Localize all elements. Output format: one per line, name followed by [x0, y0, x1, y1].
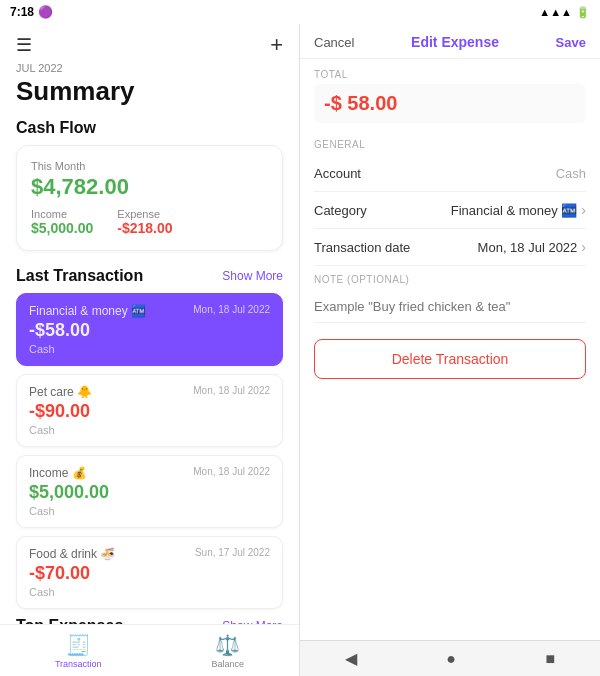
tc-category: Financial & money 🏧 — [29, 304, 146, 318]
general-label: GENERAL — [314, 139, 586, 150]
note-input[interactable] — [314, 291, 586, 323]
tc-date: Mon, 18 Jul 2022 — [193, 466, 270, 477]
tc-category: Food & drink 🍜 — [29, 547, 115, 561]
tc-amount: -$70.00 — [29, 563, 270, 584]
transaction-card-2[interactable]: Income 💰 Mon, 18 Jul 2022 $5,000.00 Cash — [16, 455, 283, 528]
recent-nav-button[interactable]: ■ — [546, 650, 556, 668]
field-label: Transaction date — [314, 240, 410, 255]
tc-date: Mon, 18 Jul 2022 — [193, 385, 270, 396]
left-panel: ☰ + JUL 2022 Summary Cash Flow This Mont… — [0, 24, 300, 676]
last-transaction-title: Last Transaction — [16, 267, 143, 285]
transaction-card-3[interactable]: Food & drink 🍜 Sun, 17 Jul 2022 -$70.00 … — [16, 536, 283, 609]
battery-icon: 🔋 — [576, 6, 590, 19]
this-month-label: This Month — [31, 160, 268, 172]
field-label: Category — [314, 203, 367, 218]
show-more-transactions[interactable]: Show More — [222, 269, 283, 283]
expense-amount: -$218.00 — [117, 220, 172, 236]
nav-balance[interactable]: ⚖️ Balance — [200, 629, 257, 673]
top-expenses-title: Top Expenses — [16, 617, 123, 624]
tc-amount: -$58.00 — [29, 320, 270, 341]
status-bar: 7:18 🟣 ▲▲▲ 🔋 — [0, 0, 600, 24]
chevron-icon: › — [581, 202, 586, 218]
hamburger-icon[interactable]: ☰ — [16, 34, 32, 56]
tc-account: Cash — [29, 505, 270, 517]
right-panel: Cancel Edit Expense Save TOTAL -$ 58.00 … — [300, 24, 600, 676]
transactions-list: Financial & money 🏧 Mon, 18 Jul 2022 -$5… — [16, 293, 283, 609]
field-row-0: Account Cash — [314, 156, 586, 192]
general-section: GENERAL Account Cash Category Financial … — [314, 139, 586, 266]
field-row-1[interactable]: Category Financial & money 🏧› — [314, 192, 586, 229]
expense-label: Expense — [117, 208, 172, 220]
main-layout: ☰ + JUL 2022 Summary Cash Flow This Mont… — [0, 24, 600, 676]
fields-list: Account Cash Category Financial & money … — [314, 156, 586, 266]
add-button[interactable]: + — [270, 32, 283, 58]
expense-item: Expense -$218.00 — [117, 208, 172, 236]
tc-account: Cash — [29, 343, 270, 355]
top-expenses-header: Top Expenses Show More — [16, 617, 283, 624]
app-icon: 🟣 — [38, 5, 53, 19]
status-right: ▲▲▲ 🔋 — [539, 6, 590, 19]
transaction-nav-icon: 🧾 — [66, 633, 91, 657]
chevron-icon: › — [581, 239, 586, 255]
tc-amount: -$90.00 — [29, 401, 270, 422]
left-header: ☰ + — [0, 24, 299, 62]
note-section: NOTE (OPTIONAL) — [314, 274, 586, 323]
bottom-nav-bar: ◀ ● ■ — [300, 640, 600, 676]
edit-expense-title: Edit Expense — [411, 34, 499, 50]
cash-flow-total: $4,782.00 — [31, 174, 268, 200]
save-button[interactable]: Save — [556, 35, 586, 50]
transaction-nav-label: Transaction — [55, 659, 102, 669]
tc-account: Cash — [29, 586, 270, 598]
tc-date: Mon, 18 Jul 2022 — [193, 304, 270, 315]
income-item: Income $5,000.00 — [31, 208, 93, 236]
back-nav-button[interactable]: ◀ — [345, 649, 357, 668]
home-nav-button[interactable]: ● — [446, 650, 456, 668]
field-value: Mon, 18 Jul 2022› — [478, 239, 586, 255]
total-amount: -$ 58.00 — [314, 84, 586, 123]
transaction-card-0[interactable]: Financial & money 🏧 Mon, 18 Jul 2022 -$5… — [16, 293, 283, 366]
nav-transaction[interactable]: 🧾 Transaction — [43, 629, 114, 673]
delete-btn-container: Delete Transaction — [314, 323, 586, 395]
status-time: 7:18 — [10, 5, 34, 19]
tc-category: Pet care 🐥 — [29, 385, 92, 399]
tc-category: Income 💰 — [29, 466, 87, 480]
balance-nav-label: Balance — [212, 659, 245, 669]
field-row-2[interactable]: Transaction date Mon, 18 Jul 2022› — [314, 229, 586, 266]
delete-transaction-button[interactable]: Delete Transaction — [314, 339, 586, 379]
last-transaction-header: Last Transaction Show More — [16, 267, 283, 285]
field-value: Financial & money 🏧› — [451, 202, 586, 218]
month-label: JUL 2022 — [16, 62, 283, 74]
cash-flow-row: Income $5,000.00 Expense -$218.00 — [31, 208, 268, 236]
transaction-card-1[interactable]: Pet care 🐥 Mon, 18 Jul 2022 -$90.00 Cash — [16, 374, 283, 447]
page-title: Summary — [16, 76, 283, 107]
tc-amount: $5,000.00 — [29, 482, 270, 503]
field-label: Account — [314, 166, 361, 181]
total-section: TOTAL -$ 58.00 — [314, 59, 586, 131]
cash-flow-card: This Month $4,782.00 Income $5,000.00 Ex… — [16, 145, 283, 251]
balance-nav-icon: ⚖️ — [215, 633, 240, 657]
right-content: TOTAL -$ 58.00 GENERAL Account Cash Cate… — [300, 59, 600, 640]
income-amount: $5,000.00 — [31, 220, 93, 236]
wifi-icon: ▲▲▲ — [539, 6, 572, 18]
cash-flow-title: Cash Flow — [16, 119, 283, 137]
left-content: JUL 2022 Summary Cash Flow This Month $4… — [0, 62, 299, 624]
right-header: Cancel Edit Expense Save — [300, 24, 600, 59]
tc-account: Cash — [29, 424, 270, 436]
tc-date: Sun, 17 Jul 2022 — [195, 547, 270, 558]
bottom-nav-left: 🧾 Transaction ⚖️ Balance — [0, 624, 299, 676]
income-label: Income — [31, 208, 93, 220]
total-label: TOTAL — [314, 69, 586, 80]
cancel-button[interactable]: Cancel — [314, 35, 354, 50]
status-left: 7:18 🟣 — [10, 5, 53, 19]
field-value: Cash — [556, 166, 586, 181]
note-label: NOTE (OPTIONAL) — [314, 274, 586, 285]
